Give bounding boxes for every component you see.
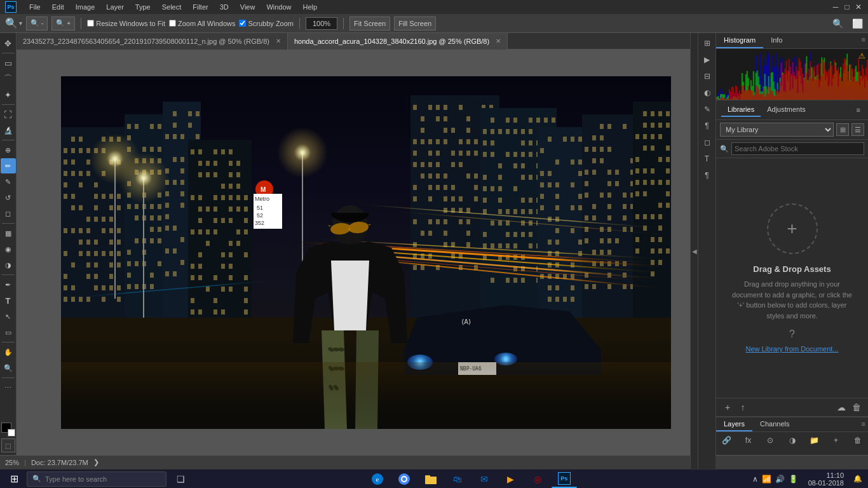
layers-tab[interactable]: Layers [716,417,752,431]
healing-tool-button[interactable]: ⊕ [1,142,16,158]
lib-list-view-button[interactable]: ☰ [851,123,864,136]
foreground-color[interactable] [1,423,15,437]
quick-mask-button[interactable]: ⬚ [1,438,15,452]
taskbar-edge-button[interactable]: e [365,470,390,488]
tab-2[interactable]: honda_accord_acura_104328_3840x2160.jpg … [288,33,508,50]
zoom-tool-button[interactable]: 🔍 [1,360,16,376]
type-icon-button[interactable]: T [700,151,715,166]
text-tool-button[interactable]: T [1,293,16,308]
workspace-icon[interactable]: ⬜ [852,18,863,29]
menu-layer[interactable]: Layer [101,2,129,12]
main-canvas[interactable] [61,76,671,429]
notification-button[interactable]: 🔔 [850,470,865,488]
taskbar-chrome-button[interactable] [391,470,417,488]
shape-tool-button[interactable]: ▭ [1,325,16,340]
zoom-out-button[interactable]: 🔍- [26,17,48,30]
layers-icon-button[interactable]: ⊟ [700,69,715,84]
layers-add-fx-button[interactable]: fx [742,434,755,447]
blur-tool-button[interactable]: ◉ [1,241,16,257]
status-arrow[interactable]: ❯ [93,458,99,466]
network-icon[interactable]: 📶 [762,475,771,484]
lib-panel-menu-button[interactable]: ≡ [854,105,863,115]
battery-icon[interactable]: 🔋 [789,475,798,484]
menu-file[interactable]: File [24,2,46,12]
menu-image[interactable]: Image [71,2,100,12]
zoom-input[interactable] [306,17,337,30]
lib-cloud-button[interactable]: ☁ [835,401,848,414]
eraser-tool-button[interactable]: ◻ [1,206,16,221]
histogram-tab[interactable]: Histogram [716,33,763,48]
zoom-in-button[interactable]: 🔍+ [51,17,75,30]
extra-tools-button[interactable]: ⋯ [1,380,16,395]
taskbar-mail-button[interactable]: ✉ [471,470,497,488]
layers-link-button[interactable]: 🔗 [720,434,733,447]
tray-show-hidden-button[interactable]: ∧ [752,475,758,484]
taskbar-media-button[interactable]: ▶ [498,470,524,488]
libraries-tab[interactable]: Libraries [721,103,761,117]
maximize-button[interactable]: □ [843,3,851,11]
pen-tool-button[interactable]: ✒ [1,277,16,292]
type2-icon-button[interactable]: ¶ [700,168,715,183]
new-library-link[interactable]: New Library from Document... [745,345,838,353]
adjustments-tab[interactable]: Adjustments [761,103,812,117]
fit-screen-button[interactable]: Fit Screen [349,17,390,30]
start-button[interactable]: ⊞ [3,470,25,488]
histogram-panel-menu[interactable]: ≡ [859,33,868,48]
taskbar-explorer-button[interactable] [418,470,444,488]
layers-group-button[interactable]: 📁 [808,434,820,447]
paragraph-icon-button[interactable]: ¶ [700,118,715,133]
history-brush-tool-button[interactable]: ↺ [1,190,16,205]
lib-add-button[interactable]: + [721,401,734,414]
channels-icon-button[interactable]: ◐ [700,85,715,100]
zoom-tool-icon[interactable]: 🔍 [5,17,18,29]
actions-icon-button[interactable]: ▶ [700,52,715,67]
layers-delete-button[interactable]: 🗑 [851,434,864,447]
paths-icon-button[interactable]: ✎ [700,102,715,117]
layers-mask-button[interactable]: ⊙ [764,434,776,447]
lib-delete-button[interactable]: 🗑 [850,401,863,414]
taskbar-taskview-button[interactable]: ❑ [168,470,193,488]
menu-type[interactable]: Type [130,2,156,12]
brush-tool-button[interactable]: ✏ [1,158,16,173]
eyedropper-tool-button[interactable]: 🔬 [1,123,16,138]
path-selection-tool-button[interactable]: ↖ [1,309,16,324]
close-button[interactable]: ✕ [854,3,863,11]
resize-windows-checkbox[interactable]: Resize Windows to Fit [87,20,165,27]
taskbar-app6-button[interactable]: ◎ [525,470,550,488]
channels-tab[interactable]: Channels [752,417,797,431]
scrubby-zoom-checkbox[interactable]: Scrubby Zoom [239,20,294,27]
search-stock-icon[interactable]: 🔍 [832,18,843,29]
properties-icon-button[interactable]: ⊞ [700,36,715,51]
fill-screen-button[interactable]: Fill Screen [394,17,436,30]
marquee-tool-button[interactable]: ▭ [1,55,16,71]
menu-select[interactable]: Select [157,2,187,12]
layers-panel-menu[interactable]: ≡ [859,417,868,431]
menu-edit[interactable]: Edit [47,2,69,12]
lasso-tool-button[interactable]: ⌒ [1,71,16,86]
system-clock[interactable]: 11:10 08-01-2018 [804,471,848,487]
lib-search-input[interactable] [731,142,864,155]
layers-adjustment-button[interactable]: ◑ [786,434,799,447]
move-tool-button[interactable]: ✥ [1,36,16,51]
lib-grid-view-button[interactable]: ⊞ [836,123,849,136]
taskbar-photoshop-button[interactable]: Ps [552,470,577,488]
magic-wand-tool-button[interactable]: ✦ [1,87,16,102]
tab-1[interactable]: 23435273_2234876563405654_22019107395080… [17,33,288,50]
clone-tool-button[interactable]: ✎ [1,174,16,189]
tab2-close[interactable]: ✕ [496,37,501,44]
minimize-button[interactable]: ─ [831,3,840,11]
menu-filter[interactable]: Filter [187,2,213,12]
taskbar-store-button[interactable]: 🛍 [445,470,470,488]
lib-upload-button[interactable]: ↑ [736,401,749,414]
menu-view[interactable]: View [235,2,261,12]
tab1-close[interactable]: ✕ [276,37,281,44]
canvas-container[interactable] [17,50,715,455]
gradient-tool-button[interactable]: ▦ [1,226,16,241]
hand-tool-button[interactable]: ✋ [1,344,16,360]
crop-tool-button[interactable]: ⛶ [1,107,16,122]
panel-collapse-handle[interactable]: ◀ [690,33,698,469]
layers-new-button[interactable]: + [830,434,843,447]
menu-3d[interactable]: 3D [215,2,234,12]
info-tab[interactable]: Info [763,33,790,48]
menu-help[interactable]: Help [298,2,323,12]
